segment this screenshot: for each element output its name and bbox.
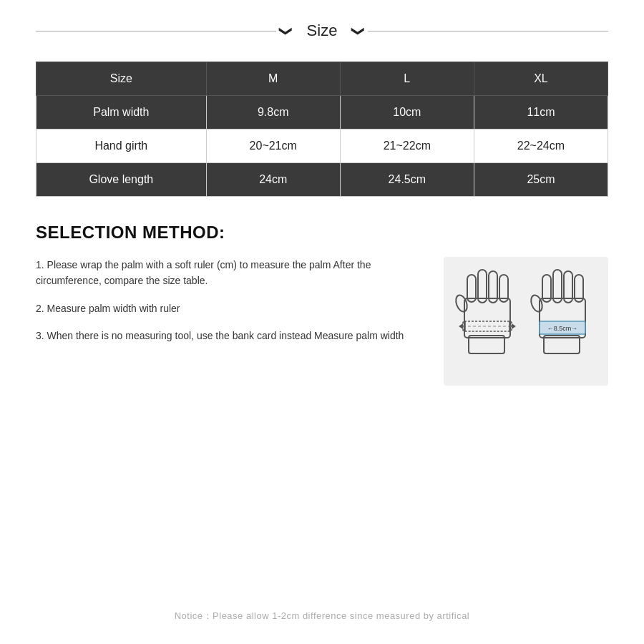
row-palm-width-xl: 11cm (474, 96, 608, 130)
notice-text: Notice：Please allow 1-2cm difference sin… (36, 610, 608, 623)
row-hand-girth-m: 20~21cm (206, 130, 340, 163)
col-header-size: Size (36, 62, 207, 96)
step-3: 3. When there is no measuring tool, use … (36, 328, 422, 343)
row-palm-width-l: 10cm (340, 96, 474, 130)
size-table: Size M L XL Palm width 9.8cm 10cm 11cm H… (36, 62, 608, 197)
row-hand-girth-xl: 22~24cm (474, 130, 608, 163)
title-line-left (36, 31, 276, 31)
title-row: ❯ Size ❯ (36, 21, 608, 40)
col-header-xl: XL (474, 62, 608, 96)
step-2: 2. Measure palm width with ruler (36, 301, 422, 316)
table-row: Glove length 24cm 24.5cm 25cm (36, 163, 608, 197)
row-palm-width-m: 9.8cm (206, 96, 340, 130)
table-row: Hand girth 20~21cm 21~22cm 22~24cm (36, 130, 608, 163)
col-header-m: M (206, 62, 340, 96)
row-glove-length-m: 24cm (206, 163, 340, 197)
table-header-row: Size M L XL (36, 62, 608, 96)
section-title: Size (296, 21, 349, 40)
step-1: 1. Please wrap the palm with a soft rule… (36, 257, 422, 289)
svg-text:←8.5cm→: ←8.5cm→ (547, 325, 578, 332)
glove-svg: ←8.5cm→ (447, 260, 605, 382)
row-glove-length-l: 24.5cm (340, 163, 474, 197)
selection-method-title: SELECTION METHOD: (36, 223, 608, 243)
chevron-down-left-icon[interactable]: ❯ (278, 26, 293, 36)
table-row: Palm width 9.8cm 10cm 11cm (36, 96, 608, 130)
col-header-l: L (340, 62, 474, 96)
row-glove-length-xl: 25cm (474, 163, 608, 197)
selection-steps: 1. Please wrap the palm with a soft rule… (36, 257, 422, 344)
page-container: ❯ Size ❯ Size M L XL Palm width 9.8cm 10… (0, 0, 644, 644)
row-label-hand-girth: Hand girth (36, 130, 207, 163)
row-label-glove-length: Glove length (36, 163, 207, 197)
title-line-right (368, 31, 608, 31)
chevron-down-right-icon[interactable]: ❯ (351, 26, 366, 36)
glove-illustration: ←8.5cm→ (444, 257, 608, 386)
row-label-palm-width: Palm width (36, 96, 207, 130)
row-hand-girth-l: 21~22cm (340, 130, 474, 163)
selection-content: 1. Please wrap the palm with a soft rule… (36, 257, 608, 386)
